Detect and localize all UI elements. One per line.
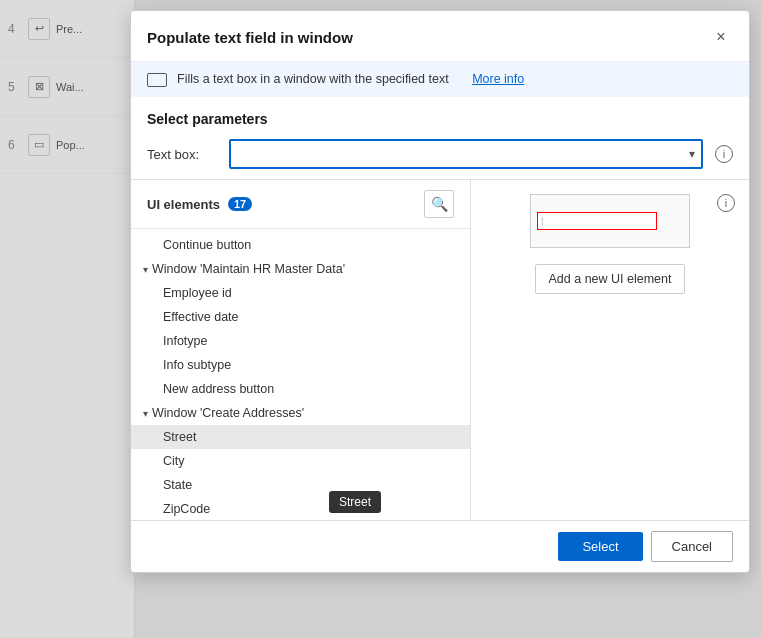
- tree-group-create-addresses[interactable]: ▾ Window 'Create Addresses': [131, 401, 470, 425]
- window-icon: [147, 73, 167, 87]
- tree-item-effective-date[interactable]: Effective date: [131, 305, 470, 329]
- main-content: UI elements 17 🔍 Continue button ▾ Windo…: [131, 180, 749, 520]
- tree-item-infotype[interactable]: Infotype: [131, 329, 470, 353]
- preview-box: |: [530, 194, 690, 248]
- modal-footer: Select Cancel: [131, 520, 749, 572]
- preview-cursor: |: [541, 216, 543, 226]
- tree-item-zipcode[interactable]: ZipCode: [131, 497, 470, 520]
- tree-item-info-subtype[interactable]: Info subtype: [131, 353, 470, 377]
- add-ui-element-button[interactable]: Add a new UI element: [535, 264, 685, 294]
- textbox-select-wrap: ▾: [229, 139, 703, 169]
- tree-item-new-address-button[interactable]: New address button: [131, 377, 470, 401]
- right-panel: i | Add a new UI element: [471, 180, 749, 520]
- chevron-icon-2: ▾: [143, 408, 148, 419]
- tree-item-city[interactable]: City: [131, 449, 470, 473]
- ui-count-badge: 17: [228, 197, 252, 211]
- tree-item-state[interactable]: State: [131, 473, 470, 497]
- left-panel: UI elements 17 🔍 Continue button ▾ Windo…: [131, 180, 471, 520]
- info-text: Fills a text box in a window with the sp…: [177, 72, 449, 86]
- textbox-select[interactable]: [229, 139, 703, 169]
- tree-item-continue-button[interactable]: Continue button: [131, 233, 470, 257]
- select-button[interactable]: Select: [558, 532, 642, 561]
- search-button[interactable]: 🔍: [424, 190, 454, 218]
- params-title: Select parameters: [147, 111, 733, 127]
- more-info-link[interactable]: More info: [472, 72, 524, 86]
- right-info-icon[interactable]: i: [717, 194, 735, 212]
- modal-title: Populate text field in window: [147, 29, 353, 46]
- ui-elements-tree: Continue button ▾ Window 'Maintain HR Ma…: [131, 229, 470, 520]
- modal-header: Populate text field in window ×: [131, 11, 749, 62]
- search-icon: 🔍: [431, 196, 448, 212]
- textbox-label: Text box:: [147, 147, 217, 162]
- chevron-icon: ▾: [143, 264, 148, 275]
- preview-input: |: [537, 212, 657, 230]
- ui-elements-label: UI elements: [147, 197, 220, 212]
- info-banner: Fills a text box in a window with the sp…: [131, 62, 749, 97]
- close-button[interactable]: ×: [709, 25, 733, 49]
- params-section: Select parameters Text box: ▾ i: [131, 97, 749, 180]
- ui-elements-header: UI elements 17 🔍: [131, 180, 470, 229]
- cancel-button[interactable]: Cancel: [651, 531, 733, 562]
- param-row: Text box: ▾ i: [147, 139, 733, 169]
- modal-dialog: Populate text field in window × Fills a …: [130, 10, 750, 573]
- tree-item-street[interactable]: Street: [131, 425, 470, 449]
- tree-item-employee-id[interactable]: Employee id: [131, 281, 470, 305]
- tree-group-maintain-hr-label: Window 'Maintain HR Master Data': [152, 262, 345, 276]
- tree-group-maintain-hr[interactable]: ▾ Window 'Maintain HR Master Data': [131, 257, 470, 281]
- tree-group-create-addresses-label: Window 'Create Addresses': [152, 406, 304, 420]
- param-info-icon[interactable]: i: [715, 145, 733, 163]
